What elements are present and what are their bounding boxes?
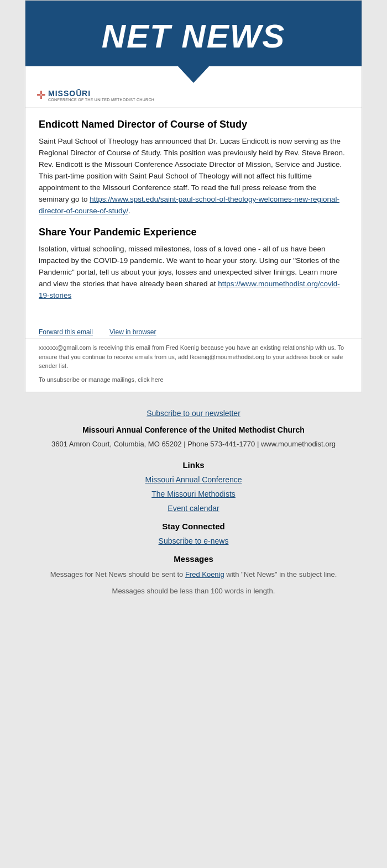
org-name: Missouri Annual Conference of the United…: [11, 425, 376, 434]
unsub-text[interactable]: To unsubscribe or manage mailings, click…: [39, 376, 164, 383]
missouri-methodists-link[interactable]: The Missouri Methodists: [11, 490, 376, 498]
email-header: NET NEWS: [25, 1, 362, 66]
article1-title: Endicott Named Director of Course of Stu…: [39, 119, 348, 130]
card-footer-unsub: To unsubscribe or manage mailings, click…: [25, 373, 362, 392]
email-content: Endicott Named Director of Course of Stu…: [25, 108, 362, 323]
messages-text3: Messages should be less than 100 words i…: [11, 586, 376, 597]
email-card: NET NEWS ✛ MISSOȖRI CONFERENCE OF THE UN…: [25, 0, 362, 392]
logo-subtext: CONFERENCE OF THE UNITED METHODIST CHURC…: [48, 98, 154, 102]
missouri-annual-conference-link[interactable]: Missouri Annual Conference: [11, 475, 376, 484]
header-triangle-decoration: [178, 66, 209, 83]
messages-text-part1: Messages for Net News should be sent to: [50, 570, 185, 578]
forward-email-link[interactable]: Forward this email: [39, 328, 93, 336]
card-footer-info: xxxxxx@gmail.com is receiving this email…: [25, 338, 362, 373]
logo-bar: ✛ MISSOȖRI CONFERENCE OF THE UNITED METH…: [25, 83, 362, 108]
messages-text1: Messages for Net News should be sent to …: [11, 569, 376, 580]
footer-info-text: xxxxxx@gmail.com is receiving this email…: [39, 343, 348, 371]
article2-title: Share Your Pandemic Experience: [39, 227, 348, 238]
card-footer-links: Forward this email View in browser: [25, 323, 362, 338]
subscribe-enews-link[interactable]: Subscribe to e-news: [11, 536, 376, 545]
article2-body: Isolation, virtual schooling, missed mil…: [39, 244, 348, 302]
fred-koenig-link[interactable]: Fred Koenig: [185, 570, 224, 578]
below-card: Subscribe to our newsletter Missouri Ann…: [0, 392, 387, 622]
event-calendar-link[interactable]: Event calendar: [11, 504, 376, 513]
messages-heading: Messages: [11, 554, 376, 564]
messages-text-part2: with "Net News" in the subject line.: [224, 570, 337, 578]
messages-section: Messages Messages for Net News should be…: [11, 554, 376, 596]
links-section: Links Missouri Annual Conference The Mis…: [11, 460, 376, 513]
subscribe-newsletter-link[interactable]: Subscribe to our newsletter: [11, 409, 376, 418]
cross-icon: ✛: [36, 88, 46, 102]
article1-body-text2: .: [128, 207, 130, 215]
logo-text: MISSOȖRI: [48, 89, 91, 98]
view-browser-link[interactable]: View in browser: [109, 328, 156, 336]
article-endicott: Endicott Named Director of Course of Stu…: [39, 119, 348, 217]
links-heading: Links: [11, 460, 376, 470]
stay-connected-heading: Stay Connected: [11, 522, 376, 531]
article-pandemic: Share Your Pandemic Experience Isolation…: [39, 227, 348, 302]
newsletter-title: NET NEWS: [36, 17, 351, 55]
article1-body: Saint Paul School of Theology has announ…: [39, 136, 348, 217]
stay-connected-section: Stay Connected Subscribe to e-news: [11, 522, 376, 545]
article1-body-text1: Saint Paul School of Theology has announ…: [39, 137, 345, 203]
address-line: 3601 Amron Court, Columbia, MO 65202 | P…: [11, 439, 376, 450]
